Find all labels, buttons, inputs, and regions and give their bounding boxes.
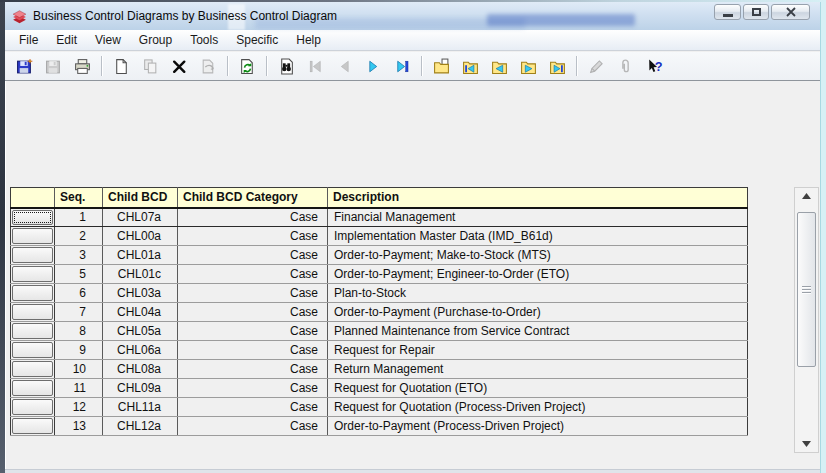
row-selector-button[interactable] xyxy=(12,285,53,301)
cell-description[interactable]: Plan-to-Stock xyxy=(328,284,748,303)
cell-child-bcd[interactable]: CHL04a xyxy=(103,303,178,322)
row-selector-button[interactable] xyxy=(12,342,53,358)
cell-category[interactable]: Case xyxy=(178,379,328,398)
last-record-button[interactable] xyxy=(390,55,414,77)
next-record-button[interactable] xyxy=(361,55,385,77)
scrollbar-thumb[interactable] xyxy=(797,212,816,367)
duplicate-record-button xyxy=(138,55,162,77)
cell-child-bcd[interactable]: CHL03a xyxy=(103,284,178,303)
cell-description[interactable]: Order-to-Payment (Purchase-to-Order) xyxy=(328,303,748,322)
cell-description[interactable]: Return Management xyxy=(328,360,748,379)
row-selector-button[interactable] xyxy=(12,210,53,226)
cell-category[interactable]: Case xyxy=(178,265,328,284)
cell-child-bcd[interactable]: CHL08a xyxy=(103,360,178,379)
cell-description[interactable]: Planned Maintenance from Service Contrac… xyxy=(328,322,748,341)
row-selector-button[interactable] xyxy=(12,418,53,434)
col-header-description[interactable]: Description xyxy=(328,188,748,208)
duplicate-group-button[interactable] xyxy=(429,55,453,77)
vertical-scrollbar[interactable] xyxy=(794,187,819,453)
cell-seq[interactable]: 5 xyxy=(55,265,103,284)
refresh-button[interactable] xyxy=(235,55,259,77)
cell-description[interactable]: Financial Management xyxy=(328,208,748,227)
cell-seq[interactable]: 6 xyxy=(55,284,103,303)
col-header-child-bcd-category[interactable]: Child BCD Category xyxy=(178,188,328,208)
row-selector-button[interactable] xyxy=(12,304,53,320)
menu-view[interactable]: View xyxy=(86,31,130,50)
row-selector-button[interactable] xyxy=(12,228,53,244)
cell-description[interactable]: Request for Quotation (Process-Driven Pr… xyxy=(328,398,748,417)
scroll-down-button[interactable] xyxy=(795,436,818,452)
delete-record-button[interactable] xyxy=(167,55,191,77)
cell-category[interactable]: Case xyxy=(178,360,328,379)
restore-button[interactable] xyxy=(743,4,769,20)
print-button[interactable] xyxy=(70,55,94,77)
table-row: 12CHL11aCaseRequest for Quotation (Proce… xyxy=(11,398,748,417)
cell-description[interactable]: Order-to-Payment; Make-to-Stock (MTS) xyxy=(328,246,748,265)
previous-group-button[interactable] xyxy=(487,55,511,77)
printer-icon xyxy=(74,58,91,75)
scroll-up-button[interactable] xyxy=(795,188,818,204)
row-selector-button[interactable] xyxy=(12,266,53,282)
cell-seq[interactable]: 10 xyxy=(55,360,103,379)
cell-seq[interactable]: 12 xyxy=(55,398,103,417)
row-selector-button[interactable] xyxy=(12,399,53,415)
cell-child-bcd[interactable]: CHL01c xyxy=(103,265,178,284)
cell-seq[interactable]: 8 xyxy=(55,322,103,341)
cell-category[interactable]: Case xyxy=(178,322,328,341)
row-selector-button[interactable] xyxy=(12,247,53,263)
new-record-button[interactable] xyxy=(109,55,133,77)
cell-seq[interactable]: 7 xyxy=(55,303,103,322)
find-button[interactable] xyxy=(274,55,298,77)
menu-help[interactable]: Help xyxy=(287,31,330,50)
minimize-button[interactable] xyxy=(714,4,741,20)
cell-child-bcd[interactable]: CHL00a xyxy=(103,227,178,246)
cell-seq[interactable]: 9 xyxy=(55,341,103,360)
menu-bar: FileEditViewGroupToolsSpecificHelp xyxy=(5,30,820,51)
row-selector-cell xyxy=(11,322,55,341)
cell-description[interactable]: Request for Quotation (ETO) xyxy=(328,379,748,398)
cell-seq[interactable]: 3 xyxy=(55,246,103,265)
cell-seq[interactable]: 2 xyxy=(55,227,103,246)
context-help-button[interactable]: ? xyxy=(642,55,666,77)
menu-specific[interactable]: Specific xyxy=(227,31,287,50)
next-group-button[interactable] xyxy=(516,55,540,77)
cell-child-bcd[interactable]: CHL12a xyxy=(103,417,178,436)
col-header-selector[interactable] xyxy=(11,188,55,208)
cell-child-bcd[interactable]: CHL07a xyxy=(103,208,178,227)
first-group-button[interactable] xyxy=(458,55,482,77)
cell-child-bcd[interactable]: CHL01a xyxy=(103,246,178,265)
cell-category[interactable]: Case xyxy=(178,246,328,265)
cell-category[interactable]: Case xyxy=(178,284,328,303)
row-selector-button[interactable] xyxy=(12,380,53,396)
menu-tools[interactable]: Tools xyxy=(181,31,227,50)
menu-edit[interactable]: Edit xyxy=(47,31,86,50)
cell-category[interactable]: Case xyxy=(178,208,328,227)
cell-description[interactable]: Implementation Master Data (IMD_B61d) xyxy=(328,227,748,246)
col-header-child-bcd[interactable]: Child BCD xyxy=(103,188,178,208)
cell-seq[interactable]: 1 xyxy=(55,208,103,227)
cell-description[interactable]: Request for Repair xyxy=(328,341,748,360)
close-button[interactable] xyxy=(771,4,810,20)
row-selector-button[interactable] xyxy=(12,323,53,339)
row-selector-button[interactable] xyxy=(12,361,53,377)
col-header-seq[interactable]: Seq. xyxy=(55,188,103,208)
cell-category[interactable]: Case xyxy=(178,341,328,360)
cell-category[interactable]: Case xyxy=(178,417,328,436)
cell-seq[interactable]: 13 xyxy=(55,417,103,436)
cell-category[interactable]: Case xyxy=(178,303,328,322)
menu-file[interactable]: File xyxy=(10,31,47,50)
cell-child-bcd[interactable]: CHL05a xyxy=(103,322,178,341)
cell-child-bcd[interactable]: CHL09a xyxy=(103,379,178,398)
cell-category[interactable]: Case xyxy=(178,398,328,417)
cell-child-bcd[interactable]: CHL11a xyxy=(103,398,178,417)
cell-child-bcd[interactable]: CHL06a xyxy=(103,341,178,360)
last-group-button[interactable] xyxy=(545,55,569,77)
cell-description[interactable]: Order-to-Payment; Engineer-to-Order (ETO… xyxy=(328,265,748,284)
cell-category[interactable]: Case xyxy=(178,227,328,246)
save-and-exit-button[interactable] xyxy=(12,55,36,77)
menu-group[interactable]: Group xyxy=(130,31,181,50)
title-bar[interactable]: Business Control Diagrams by Business Co… xyxy=(5,2,820,30)
cell-seq[interactable]: 11 xyxy=(55,379,103,398)
folder-last-icon xyxy=(549,58,566,75)
cell-description[interactable]: Order-to-Payment (Process-Driven Project… xyxy=(328,417,748,436)
